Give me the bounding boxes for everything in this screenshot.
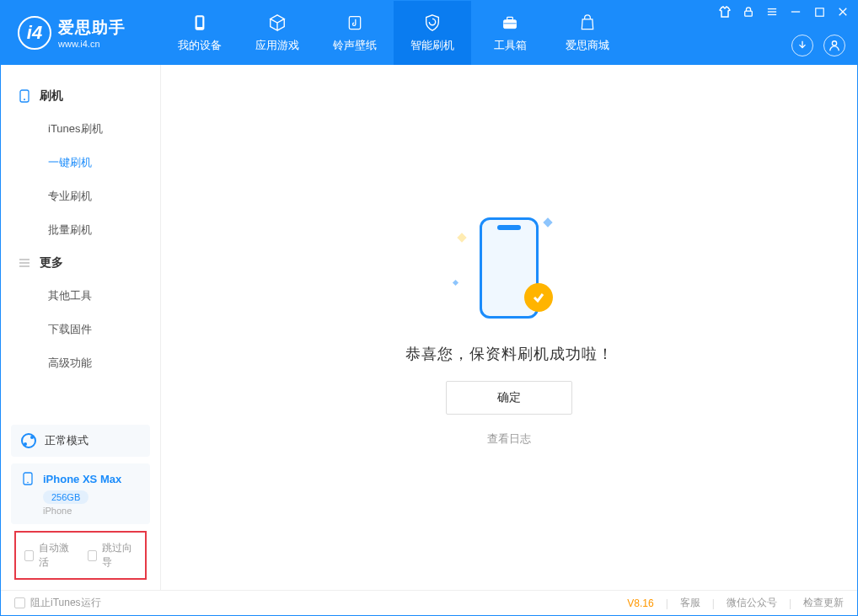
svg-rect-11 <box>815 8 823 15</box>
nav-tab-ringtone[interactable]: 铃声壁纸 <box>316 1 394 65</box>
nav-label: 工具箱 <box>494 38 527 53</box>
checkbox-block-itunes[interactable]: 阻止iTunes运行 <box>14 596 101 610</box>
success-illustration <box>450 209 568 327</box>
checkbox-label: 阻止iTunes运行 <box>30 596 101 610</box>
cube-icon <box>267 13 287 33</box>
logo-area: i4 爱思助手 www.i4.cn <box>1 16 161 50</box>
shield-icon <box>422 13 442 33</box>
close-icon[interactable] <box>837 6 849 18</box>
sidebar-item-pro-flash[interactable]: 专业刷机 <box>1 179 160 213</box>
checkbox-row: 自动激活 跳过向导 <box>14 531 147 580</box>
sidebar-header-label: 更多 <box>40 255 63 271</box>
shirt-icon[interactable] <box>719 6 731 18</box>
nav-label: 爱思商城 <box>566 38 609 53</box>
nav-tab-apps[interactable]: 应用游戏 <box>239 1 316 65</box>
view-log-link[interactable]: 查看日志 <box>487 431 531 447</box>
sidebar-item-advanced[interactable]: 高级功能 <box>1 346 160 380</box>
device-name: iPhone XS Max <box>43 473 121 485</box>
sidebar-item-other-tools[interactable]: 其他工具 <box>1 279 160 313</box>
checkbox-icon <box>14 597 25 608</box>
sidebar-item-oneclick-flash[interactable]: 一键刷机 <box>1 146 160 179</box>
mode-label: 正常模式 <box>45 433 88 448</box>
mode-box[interactable]: 正常模式 <box>11 425 150 457</box>
nav-tab-store[interactable]: 爱思商城 <box>549 1 626 65</box>
nav-label: 铃声壁纸 <box>333 38 377 53</box>
nav-tabs: 我的设备 应用游戏 铃声壁纸 智能刷机 工具箱 爱思商城 <box>161 1 626 65</box>
logo-icon: i4 <box>18 16 51 50</box>
svg-rect-1 <box>196 17 203 27</box>
main-content: 恭喜您，保资料刷机成功啦！ 确定 查看日志 <box>161 65 857 590</box>
nav-tab-flash[interactable]: 智能刷机 <box>394 1 471 65</box>
svg-rect-6 <box>745 11 753 16</box>
svg-point-14 <box>832 41 836 46</box>
footer: 阻止iTunes运行 V8.16 | 客服 | 微信公众号 | 检查更新 <box>1 590 857 615</box>
user-button[interactable] <box>823 35 845 56</box>
sidebar-item-download-fw[interactable]: 下载固件 <box>1 313 160 346</box>
bag-icon <box>577 13 598 33</box>
checkbox-auto-activate[interactable]: 自动激活 <box>24 541 74 570</box>
svg-rect-3 <box>504 20 517 29</box>
svg-point-21 <box>27 482 29 484</box>
mode-icon <box>21 433 36 448</box>
nav-label: 智能刷机 <box>410 38 454 53</box>
sidebar-item-batch-flash[interactable]: 批量刷机 <box>1 213 160 247</box>
check-update-link[interactable]: 检查更新 <box>803 596 844 610</box>
app-header: i4 爱思助手 www.i4.cn 我的设备 应用游戏 铃声壁纸 智能刷机 工具… <box>1 1 857 65</box>
svg-rect-2 <box>349 17 360 29</box>
header-actions <box>791 35 845 56</box>
device-type: iPhone <box>43 506 140 516</box>
checkbox-icon <box>88 550 97 561</box>
app-subtitle: www.i4.cn <box>58 39 126 49</box>
app-title: 爱思助手 <box>58 17 126 39</box>
version-label: V8.16 <box>627 597 653 609</box>
sidebar: 刷机 iTunes刷机 一键刷机 专业刷机 批量刷机 更多 其他工具 下载固件 … <box>1 65 161 590</box>
sidebar-header-flash: 刷机 <box>1 80 160 112</box>
download-button[interactable] <box>791 35 813 56</box>
list-icon <box>18 256 31 270</box>
svg-rect-4 <box>507 17 513 19</box>
nav-tab-toolbox[interactable]: 工具箱 <box>471 1 549 65</box>
window-controls <box>719 6 849 18</box>
sidebar-header-more: 更多 <box>1 247 160 279</box>
lock-icon[interactable] <box>743 6 754 18</box>
sidebar-item-itunes-flash[interactable]: iTunes刷机 <box>1 112 160 146</box>
sidebar-header-label: 刷机 <box>40 88 63 104</box>
maximize-icon[interactable] <box>813 6 825 18</box>
device-capacity: 256GB <box>43 490 88 504</box>
checkbox-label: 自动激活 <box>39 541 73 570</box>
phone-small-icon <box>21 472 35 485</box>
check-badge-icon <box>524 283 553 312</box>
confirm-button[interactable]: 确定 <box>446 381 572 415</box>
nav-label: 应用游戏 <box>255 38 299 53</box>
wechat-link[interactable]: 微信公众号 <box>727 596 777 610</box>
music-icon <box>345 13 365 33</box>
device-icon <box>18 89 31 103</box>
minimize-icon[interactable] <box>790 6 802 18</box>
nav-label: 我的设备 <box>178 38 222 53</box>
checkbox-skip-guide[interactable]: 跳过向导 <box>88 541 137 570</box>
device-box[interactable]: iPhone XS Max 256GB iPhone <box>11 463 150 524</box>
menu-icon[interactable] <box>766 6 778 18</box>
checkbox-icon <box>24 550 34 561</box>
nav-tab-device[interactable]: 我的设备 <box>161 1 239 65</box>
phone-icon <box>190 13 210 33</box>
support-link[interactable]: 客服 <box>680 596 700 610</box>
toolbox-icon <box>500 13 520 33</box>
svg-point-16 <box>24 99 25 100</box>
checkbox-label: 跳过向导 <box>102 541 137 570</box>
success-message: 恭喜您，保资料刷机成功啦！ <box>405 344 614 364</box>
